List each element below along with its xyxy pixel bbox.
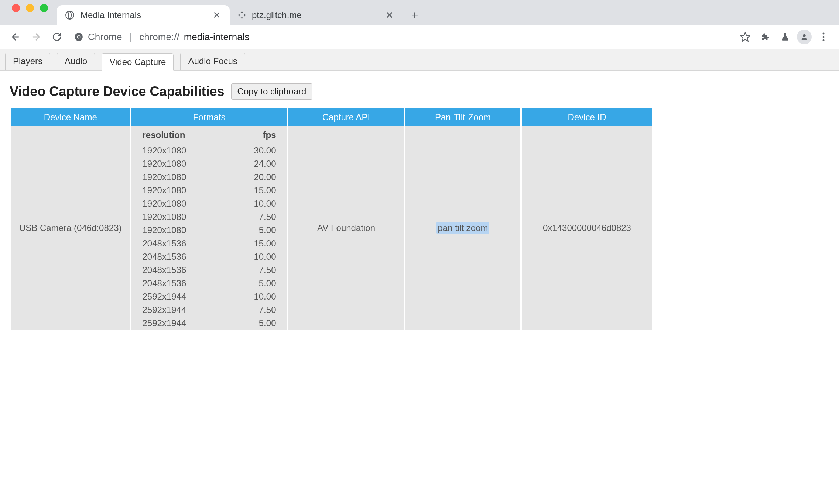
toolbar-actions — [737, 30, 832, 44]
url-scheme: chrome:// — [139, 31, 179, 43]
browser-tab-media-internals[interactable]: Media Internals ✕ — [57, 5, 230, 25]
extensions-icon[interactable] — [757, 32, 773, 42]
format-row: 2592x19445.00 — [131, 317, 287, 330]
capabilities-table: Device Name Formats Capture API Pan-Tilt… — [10, 108, 653, 330]
url-origin: Chrome — [88, 31, 122, 43]
format-fps: 15.00 — [225, 237, 287, 250]
tab-title: Media Internals — [81, 10, 204, 20]
format-fps: 7.50 — [225, 210, 287, 224]
svg-point-7 — [823, 36, 825, 38]
browser-tab-ptz[interactable]: ptz.glitch.me ✕ — [230, 5, 403, 25]
kebab-menu-icon[interactable] — [815, 32, 832, 42]
format-resolution: 2048x1536 — [131, 237, 224, 250]
format-fps: 15.00 — [225, 184, 287, 197]
window-controls — [8, 0, 57, 25]
tab-strip: Media Internals ✕ ptz.glitch.me ✕ + — [0, 0, 839, 25]
format-resolution: 2048x1536 — [131, 277, 224, 290]
svg-point-6 — [823, 33, 825, 35]
format-row: 2048x15367.50 — [131, 263, 287, 277]
subtab-label: Video Capture — [109, 57, 166, 67]
format-resolution: 1920x1080 — [131, 224, 224, 237]
copy-to-clipboard-button[interactable]: Copy to clipboard — [231, 83, 313, 100]
tab-video-capture[interactable]: Video Capture — [102, 53, 174, 71]
browser-window: Media Internals ✕ ptz.glitch.me ✕ + — [0, 0, 839, 504]
subtab-label: Audio — [65, 56, 87, 66]
format-fps: 7.50 — [225, 263, 287, 277]
chrome-page-icon — [74, 32, 83, 42]
move-icon — [238, 11, 246, 19]
format-resolution: 2048x1536 — [131, 250, 224, 263]
format-fps: 30.00 — [225, 144, 287, 157]
page-heading: Video Capture Device Capabilities Copy t… — [10, 83, 829, 100]
reload-button[interactable] — [49, 32, 65, 42]
url-bar[interactable]: Chrome | chrome://media-internals — [69, 28, 733, 46]
format-row: 1920x10807.50 — [131, 210, 287, 224]
tab-players[interactable]: Players — [5, 53, 50, 70]
cell-device-name: USB Camera (046d:0823) — [11, 126, 130, 330]
format-row: 2048x15365.00 — [131, 277, 287, 290]
close-icon[interactable]: ✕ — [210, 8, 224, 23]
format-fps: 5.00 — [225, 224, 287, 237]
format-resolution: 1920x1080 — [131, 184, 224, 197]
format-row: 2592x19447.50 — [131, 303, 287, 317]
globe-icon — [65, 10, 75, 20]
svg-marker-4 — [741, 32, 749, 41]
table-header-row: Device Name Formats Capture API Pan-Tilt… — [11, 108, 652, 126]
browser-toolbar: Chrome | chrome://media-internals — [0, 25, 839, 49]
format-fps: 10.00 — [225, 290, 287, 303]
format-resolution: 2592x1944 — [131, 290, 224, 303]
format-row: 1920x108030.00 — [131, 144, 287, 157]
profile-icon[interactable] — [797, 30, 812, 44]
col-capture-api[interactable]: Capture API — [288, 108, 404, 126]
star-icon[interactable] — [737, 32, 753, 42]
tab-separator — [405, 6, 405, 17]
format-resolution: 2592x1944 — [131, 317, 224, 330]
svg-point-5 — [803, 34, 805, 37]
close-icon[interactable]: ✕ — [383, 8, 397, 23]
format-row: 1920x108020.00 — [131, 170, 287, 184]
col-device-name[interactable]: Device Name — [11, 108, 130, 126]
window-close-icon[interactable] — [12, 4, 20, 12]
tab-audio[interactable]: Audio — [57, 53, 95, 70]
format-resolution: 2048x1536 — [131, 263, 224, 277]
formats-table: resolution fps 1920x108030.001920x108024… — [131, 126, 287, 330]
col-resolution: resolution — [131, 126, 224, 144]
format-row: 2048x153615.00 — [131, 237, 287, 250]
format-row: 1920x10805.00 — [131, 224, 287, 237]
format-resolution: 2592x1944 — [131, 303, 224, 317]
formats-body: 1920x108030.001920x108024.001920x108020.… — [131, 144, 287, 330]
format-fps: 7.50 — [225, 303, 287, 317]
format-resolution: 1920x1080 — [131, 157, 224, 170]
flask-icon[interactable] — [777, 32, 793, 42]
url-path: media-internals — [184, 31, 250, 43]
cell-capture-api: AV Foundation — [288, 126, 404, 330]
format-resolution: 1920x1080 — [131, 144, 224, 157]
col-device-id[interactable]: Device ID — [522, 108, 652, 126]
forward-button[interactable] — [28, 32, 44, 42]
formats-header-row: resolution fps — [131, 126, 287, 144]
col-formats[interactable]: Formats — [131, 108, 287, 126]
format-fps: 10.00 — [225, 197, 287, 210]
format-row: 2592x194410.00 — [131, 290, 287, 303]
window-minimize-icon[interactable] — [26, 4, 34, 12]
back-button[interactable] — [7, 32, 24, 42]
table-row: USB Camera (046d:0823) resolution fps 19… — [11, 126, 652, 330]
format-row: 1920x108010.00 — [131, 197, 287, 210]
format-fps: 5.00 — [225, 277, 287, 290]
tab-audio-focus[interactable]: Audio Focus — [180, 53, 245, 70]
format-row: 2048x153610.00 — [131, 250, 287, 263]
svg-point-3 — [78, 36, 80, 38]
ptz-value: pan tilt zoom — [436, 222, 489, 234]
format-resolution: 1920x1080 — [131, 197, 224, 210]
format-resolution: 1920x1080 — [131, 170, 224, 184]
svg-point-8 — [823, 39, 825, 41]
format-row: 1920x108024.00 — [131, 157, 287, 170]
format-fps: 10.00 — [225, 250, 287, 263]
tab-title: ptz.glitch.me — [252, 10, 377, 20]
col-pan-tilt-zoom[interactable]: Pan-Tilt-Zoom — [405, 108, 520, 126]
cell-ptz: pan tilt zoom — [405, 126, 520, 330]
new-tab-button[interactable]: + — [407, 5, 422, 25]
window-zoom-icon[interactable] — [40, 4, 48, 12]
subtab-label: Players — [13, 56, 42, 66]
page-title: Video Capture Device Capabilities — [10, 84, 225, 99]
